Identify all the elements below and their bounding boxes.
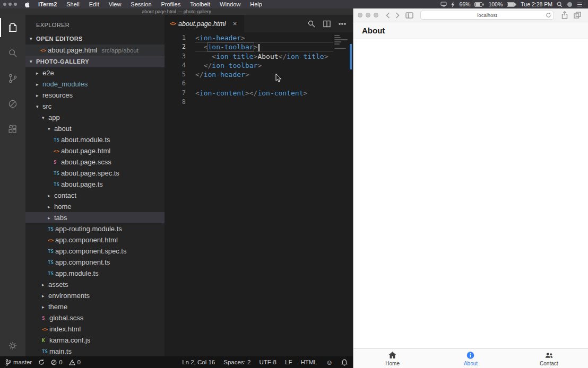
code-line-2[interactable]: 2 <ion-toolbar> [165,42,353,51]
code-line-8[interactable]: 8 [165,98,353,107]
tree-item-tabs[interactable]: ▸tabs [25,212,165,223]
tree-item-about-page-html[interactable]: <>about.page.html [25,145,165,156]
extensions-icon[interactable] [0,117,25,142]
sync-icon[interactable] [38,359,45,365]
battery-icon[interactable] [474,2,484,7]
tab-overview-icon[interactable] [574,12,581,19]
git-branch-indicator[interactable]: master [5,359,32,366]
tree-item-resources[interactable]: ▸resources [25,90,165,101]
tree-item-about[interactable]: ▾about [25,123,165,134]
url-text: localhost [477,12,497,18]
minimize-window-button[interactable] [366,13,370,17]
minimap[interactable] [334,35,348,52]
tree-item-about-page-ts[interactable]: TSabout.page.ts [25,179,165,190]
feedback-smiley-icon[interactable]: ☺ [326,359,333,366]
menu-item-edit[interactable]: Edit [84,1,104,7]
tree-item-home[interactable]: ▸home [25,201,165,212]
menu-item-help[interactable]: Help [245,1,267,7]
indentation-setting[interactable]: Spaces: 2 [223,359,250,365]
vscode-window: about.page.html — photo-gallery [0,8,353,368]
line-content: </ion-toolbar> [195,61,333,70]
tree-item-e2e[interactable]: ▸e2e [25,67,165,78]
bottom-tab-about[interactable]: About [431,349,509,368]
encoding-setting[interactable]: UTF-8 [259,359,276,365]
battery-icon-2[interactable] [507,2,516,7]
tree-item-main-ts[interactable]: TSmain.ts [25,346,165,356]
code-line-6[interactable]: 6 [165,79,353,88]
open-editor-item[interactable]: <> about.page.html src/app/about [25,45,165,56]
tab-about-page-html[interactable]: <> about.page.html × [165,15,244,32]
zoom-window-button[interactable] [374,13,378,17]
menu-item-session[interactable]: Session [126,1,156,7]
source-control-icon[interactable] [0,66,25,91]
back-button[interactable] [386,12,390,19]
project-header[interactable]: ▾ PHOTO-GALLERY [25,56,165,67]
errors-indicator[interactable]: 0 [51,359,62,365]
language-mode[interactable]: HTML [300,359,317,365]
menu-item-toolbelt[interactable]: Toolbelt [185,1,215,7]
chevron-right-icon: ▸ [48,204,54,209]
split-editor-icon[interactable] [323,20,331,28]
menu-item-shell[interactable]: Shell [62,1,84,7]
tree-item-app-component-spec-ts[interactable]: TSapp.component.spec.ts [25,246,165,257]
bolt-icon[interactable] [451,2,455,7]
tree-item-src[interactable]: ▾src [25,101,165,112]
code-editor[interactable]: 1<ion-header>2 <ion-toolbar>3 <ion-title… [165,32,353,356]
find-in-file-icon[interactable] [307,20,316,28]
close-window-button[interactable] [358,13,362,17]
tree-item-karma-conf-js[interactable]: Kkarma.conf.js [25,335,165,346]
bottom-tab-contact[interactable]: Contact [510,349,588,368]
code-line-7[interactable]: 7<ion-content></ion-content> [165,89,353,98]
code-line-5[interactable]: 5</ion-header> [165,70,353,79]
cursor-position[interactable]: Ln 2, Col 16 [182,359,215,365]
display-icon[interactable] [440,2,447,7]
bottom-tab-home[interactable]: Home [353,349,431,368]
tree-item-environments[interactable]: ▸environments [25,290,165,301]
tree-item-index-html[interactable]: <>index.html [25,323,165,335]
tree-item-app-module-ts[interactable]: TSapp.module.ts [25,268,165,279]
search-icon[interactable] [0,40,25,66]
apple-menu-icon[interactable] [24,1,30,8]
settings-gear-icon[interactable] [0,335,25,356]
sidebar-toggle-icon[interactable] [405,12,413,19]
notifications-bell-icon[interactable] [341,359,348,366]
warnings-indicator[interactable]: 0 [69,359,81,365]
code-line-4[interactable]: 4 </ion-toolbar> [165,61,353,70]
tree-item-assets[interactable]: ▸assets [25,279,165,290]
tree-item-app-component-ts[interactable]: TSapp.component.ts [25,257,165,268]
tree-item-label: about [54,125,72,133]
close-tab-icon[interactable]: × [231,20,239,28]
file-tree: ▸e2e▸node_modules▸resources▾src▾app▾abou… [25,67,165,356]
share-icon[interactable] [561,11,568,19]
vscode-titlebar[interactable]: about.page.html — photo-gallery [0,8,353,15]
code-line-1[interactable]: 1<ion-header> [165,33,353,42]
menu-clock[interactable]: Tue 2:28 PM [521,1,552,7]
menu-item-view[interactable]: View [104,1,126,7]
menu-item-profiles[interactable]: Profiles [157,1,186,7]
tree-item-node-modules[interactable]: ▸node_modules [25,78,165,90]
tree-item-app-routing-module-ts[interactable]: TSapp-routing.module.ts [25,223,165,234]
tree-item-about-page-scss[interactable]: Sabout.page.scss [25,156,165,168]
siri-icon[interactable] [567,2,573,7]
tree-item-contact[interactable]: ▸contact [25,190,165,201]
open-editors-header[interactable]: ▾ OPEN EDITORS [25,33,165,45]
tree-item-about-module-ts[interactable]: TSabout.module.ts [25,134,165,145]
eol-setting[interactable]: LF [285,359,292,365]
explorer-icon[interactable] [0,15,25,40]
tree-item-app-component-html[interactable]: <>app.component.html [25,234,165,246]
spotlight-icon[interactable] [557,2,563,7]
menu-item-iterm2[interactable]: iTerm2 [33,1,62,7]
forward-button[interactable] [395,12,400,19]
tree-item-theme[interactable]: ▸theme [25,301,165,312]
overview-ruler[interactable] [348,32,353,356]
reload-icon[interactable] [546,12,551,18]
tree-item-global-scss[interactable]: Sglobal.scss [25,312,165,323]
tree-item-about-page-spec-ts[interactable]: TSabout.page.spec.ts [25,168,165,179]
notification-center-icon[interactable] [577,2,583,7]
debug-icon[interactable] [0,91,25,117]
tree-item-app[interactable]: ▾app [25,112,165,123]
code-line-3[interactable]: 3 <ion-title>About</ion-title> [165,52,353,61]
more-actions-icon[interactable] [338,20,347,28]
address-bar[interactable]: localhost [420,11,554,20]
menu-item-window[interactable]: Window [215,1,245,7]
